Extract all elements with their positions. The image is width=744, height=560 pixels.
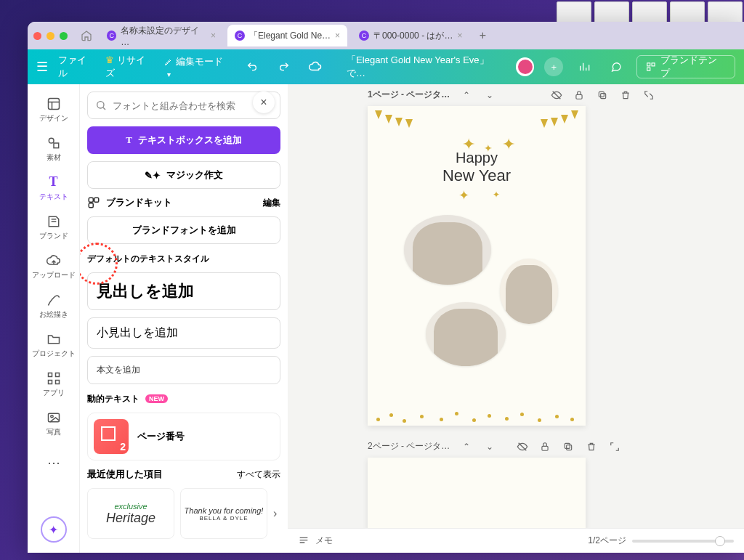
traffic-lights[interactable] bbox=[33, 32, 68, 40]
design-page-2[interactable] bbox=[368, 458, 586, 530]
doc-title[interactable]: 「Elegant Gold New Year's Eve」で… bbox=[347, 54, 506, 80]
analytics-icon[interactable] bbox=[573, 56, 595, 78]
bunting-decor bbox=[368, 106, 586, 135]
browser-tabstrip: C名称未設定のデザイ …× C「Elegant Gold Ne…× C〒000-… bbox=[28, 22, 744, 49]
cloud-sync-icon[interactable] bbox=[304, 56, 326, 78]
lock-icon[interactable] bbox=[540, 442, 553, 452]
expand-icon[interactable] bbox=[644, 90, 657, 100]
close-icon[interactable]: × bbox=[457, 31, 462, 41]
brand-templates-button[interactable]: ブランドテンプ bbox=[636, 55, 735, 78]
svg-point-4 bbox=[49, 138, 54, 143]
cloud-upload-icon bbox=[46, 253, 61, 268]
expand-icon[interactable] bbox=[610, 442, 623, 452]
svg-rect-17 bbox=[601, 93, 606, 98]
page2-title[interactable]: 2ページ - ページタ… bbox=[368, 440, 450, 453]
page2-toolbar: 2ページ - ページタ… ⌃ ⌄ bbox=[368, 440, 657, 453]
search-input[interactable] bbox=[113, 100, 272, 111]
svg-rect-21 bbox=[565, 443, 570, 448]
rail-upload[interactable]: アップロード bbox=[31, 248, 77, 285]
photo-oval-3[interactable] bbox=[426, 302, 506, 366]
notes-icon[interactable] bbox=[298, 535, 310, 547]
canvas-area[interactable]: 1ページ - ページタ… ⌃ ⌄ ✦ ✦ ✦ ✦ ✦ bbox=[288, 84, 744, 553]
pencil-icon bbox=[46, 293, 61, 307]
home-button[interactable] bbox=[78, 27, 95, 44]
avatar[interactable] bbox=[516, 57, 535, 76]
magic-button[interactable]: ✦ bbox=[41, 516, 67, 543]
font-search[interactable] bbox=[87, 92, 280, 119]
svg-rect-15 bbox=[89, 203, 93, 208]
menu-edit-mode[interactable]: 編集モード bbox=[164, 55, 231, 79]
chevron-up-icon[interactable]: ⌃ bbox=[460, 90, 473, 100]
svg-rect-9 bbox=[55, 380, 59, 384]
add-subheading-button[interactable]: 小見出しを追加 bbox=[87, 317, 280, 349]
svg-rect-10 bbox=[48, 413, 59, 422]
rail-elements[interactable]: 素材 bbox=[31, 131, 77, 167]
zoom-handle[interactable] bbox=[715, 536, 725, 546]
lock-icon[interactable] bbox=[574, 90, 587, 100]
menu-file[interactable]: ファイル bbox=[58, 54, 95, 80]
hamburger-icon[interactable]: ☰ bbox=[36, 59, 48, 75]
design-page-1[interactable]: ✦ ✦ ✦ ✦ ✦ Happy New Year bbox=[368, 106, 586, 426]
search-icon bbox=[95, 100, 107, 111]
hny-text[interactable]: Happy New Year bbox=[368, 150, 586, 185]
undo-button[interactable] bbox=[241, 56, 263, 78]
os-window-thumbnails bbox=[555, 0, 744, 25]
add-body-button[interactable]: 本文を追加 bbox=[87, 356, 280, 384]
close-icon[interactable]: × bbox=[211, 31, 216, 41]
eye-off-icon[interactable] bbox=[551, 89, 564, 101]
rail-photo[interactable]: 写真 bbox=[31, 405, 77, 442]
rail-apps[interactable]: アプリ bbox=[31, 366, 77, 402]
ellipsis-icon: ⋯ bbox=[47, 455, 60, 471]
apps-icon bbox=[46, 371, 61, 386]
add-heading-button[interactable]: 見出しを追加 bbox=[87, 272, 280, 310]
sparkle-icon: ✦ bbox=[458, 187, 469, 203]
redo-button[interactable] bbox=[273, 56, 295, 78]
show-all-link[interactable]: すべて表示 bbox=[237, 468, 280, 481]
chevron-down-icon[interactable]: ⌄ bbox=[483, 442, 496, 452]
rail-more[interactable]: ⋯ bbox=[31, 445, 77, 481]
notes-label[interactable]: メモ bbox=[315, 535, 333, 547]
recent-item-2[interactable]: Thank you for coming! BELLA & DYLE bbox=[180, 488, 267, 539]
close-icon[interactable]: × bbox=[335, 31, 340, 41]
close-panel-button[interactable]: × bbox=[253, 92, 275, 113]
svg-rect-19 bbox=[542, 446, 548, 450]
chevron-up-icon[interactable]: ⌃ bbox=[460, 442, 473, 452]
page-number-item[interactable]: ページ番号 bbox=[87, 413, 280, 460]
shapes-icon bbox=[46, 136, 61, 150]
brand-kit-edit[interactable]: 編集 bbox=[263, 197, 280, 209]
trash-icon[interactable] bbox=[620, 90, 634, 100]
zoom-slider[interactable] bbox=[632, 540, 734, 543]
trash-icon[interactable] bbox=[586, 442, 599, 452]
eye-off-icon[interactable] bbox=[517, 441, 530, 453]
add-member-button[interactable]: + bbox=[544, 57, 563, 76]
page-counter[interactable]: 1/2ページ bbox=[588, 535, 626, 547]
chevron-down-icon[interactable]: ⌄ bbox=[483, 90, 496, 100]
sparkle-icon: ✦ bbox=[493, 190, 500, 200]
rail-brand[interactable]: ブランド bbox=[31, 209, 77, 245]
recent-item-1[interactable]: exclusive Heritage bbox=[87, 488, 174, 539]
rail-text[interactable]: Tテキスト bbox=[31, 170, 77, 206]
svg-rect-3 bbox=[48, 98, 59, 109]
photo-oval-2[interactable] bbox=[500, 259, 558, 324]
rail-draw[interactable]: お絵描き bbox=[31, 288, 77, 324]
chevron-right-icon[interactable]: › bbox=[273, 507, 277, 520]
svg-rect-16 bbox=[576, 94, 582, 99]
comment-icon[interactable] bbox=[605, 56, 627, 78]
page1-title[interactable]: 1ページ - ページタ… bbox=[368, 89, 450, 101]
add-brand-font-button[interactable]: ブランドフォントを追加 bbox=[87, 216, 280, 244]
svg-point-11 bbox=[50, 415, 52, 417]
svg-rect-2 bbox=[647, 68, 650, 70]
tab-2[interactable]: C〒000-0000 - はが… × bbox=[352, 25, 469, 46]
tab-1[interactable]: C「Elegant Gold Ne…× bbox=[227, 25, 347, 46]
duplicate-icon[interactable] bbox=[563, 442, 576, 452]
rail-design[interactable]: デザイン bbox=[31, 92, 77, 128]
new-tab-button[interactable]: + bbox=[474, 27, 491, 44]
duplicate-icon[interactable] bbox=[597, 90, 610, 100]
magic-write-button[interactable]: ✎✦ マジック作文 bbox=[87, 161, 280, 189]
menu-resize[interactable]: ♛ リサイズ bbox=[105, 54, 154, 80]
tab-0[interactable]: C名称未設定のデザイ …× bbox=[100, 25, 223, 46]
add-textbox-button[interactable]: T テキストボックスを追加 bbox=[87, 126, 280, 154]
photo-oval-1[interactable] bbox=[404, 215, 491, 285]
recent-header: 最近使用した項目 すべて表示 bbox=[87, 468, 280, 481]
rail-project[interactable]: プロジェクト bbox=[31, 327, 77, 363]
